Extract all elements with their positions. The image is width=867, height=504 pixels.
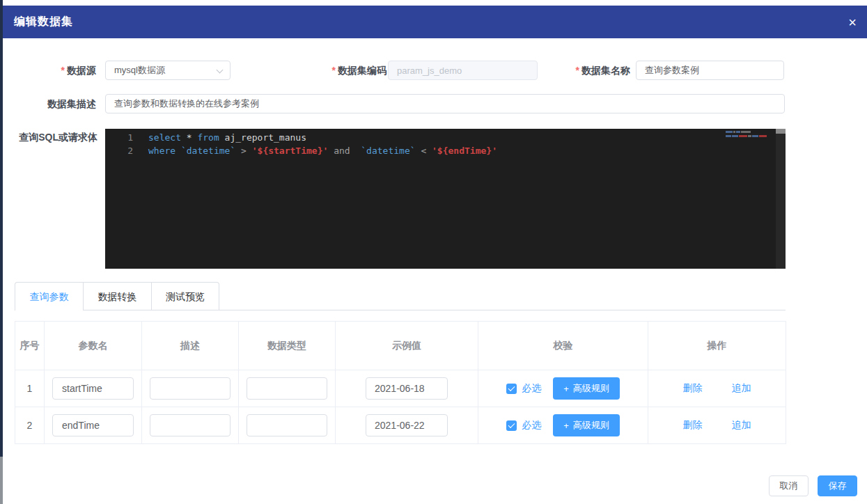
datasource-select[interactable]: mysql数据源: [105, 61, 231, 80]
tab-data-transform[interactable]: 数据转换: [83, 282, 151, 310]
dialog-title: 编辑数据集: [3, 15, 73, 29]
param-name-input[interactable]: [52, 377, 134, 400]
param-example-input[interactable]: [366, 414, 448, 436]
param-type-input[interactable]: [247, 377, 327, 400]
plus-icon: +: [563, 420, 569, 431]
required-checkbox[interactable]: [506, 420, 517, 431]
editor-scrollbar-thumb[interactable]: [776, 129, 786, 134]
sql-editor[interactable]: 1select * from aj_report_manus2where `da…: [105, 129, 786, 269]
save-button[interactable]: 保存: [818, 475, 857, 496]
code-line: 1select * from aj_report_manus: [105, 131, 786, 144]
param-desc-input[interactable]: [150, 414, 231, 436]
dataset-code-label: *数据集编码: [290, 61, 386, 80]
tab-query-params[interactable]: 查询参数: [15, 282, 83, 310]
cancel-button[interactable]: 取消: [769, 475, 809, 496]
tab-test-preview[interactable]: 测试预览: [151, 282, 219, 310]
editor-scrollbar[interactable]: [776, 129, 786, 269]
required-mark: *: [332, 65, 336, 76]
row-seq: 1: [15, 370, 45, 407]
editor-minimap[interactable]: [726, 131, 772, 139]
datasource-label: *数据源: [0, 61, 96, 80]
datasource-select-value: mysql数据源: [114, 64, 165, 77]
dataset-desc-input[interactable]: [105, 94, 785, 113]
param-name-input[interactable]: [52, 414, 134, 436]
dataset-code-input: [388, 61, 538, 80]
table-row: 1 必选 +高级规则 删除 追加: [15, 370, 786, 407]
sql-label: 查询SQL或请求体: [0, 130, 97, 144]
param-desc-input[interactable]: [150, 377, 231, 400]
close-icon[interactable]: ×: [848, 15, 857, 29]
chevron-down-icon: [217, 67, 224, 74]
col-header-param-name: 参数名: [45, 322, 142, 370]
dialog-header: 编辑数据集 ×: [3, 6, 867, 38]
append-link[interactable]: 追加: [732, 382, 751, 395]
col-header-actions: 操作: [648, 322, 786, 370]
param-example-input[interactable]: [366, 377, 448, 400]
tab-bar: 查询参数 数据转换 测试预览: [15, 282, 786, 310]
required-checkbox-label[interactable]: 必选: [522, 419, 541, 432]
table-header-row: 序号 参数名 描述 数据类型 示例值 校验 操作: [15, 322, 786, 370]
dataset-name-label: *数据集名称: [534, 61, 630, 80]
col-header-desc: 描述: [142, 322, 239, 370]
dataset-desc-label: 数据集描述: [0, 94, 96, 113]
param-type-input[interactable]: [247, 414, 327, 436]
row-seq: 2: [15, 407, 45, 444]
background-left-strip-bottom: [0, 457, 3, 504]
advanced-rule-button[interactable]: +高级规则: [553, 377, 620, 400]
append-link[interactable]: 追加: [732, 419, 751, 432]
delete-link[interactable]: 删除: [683, 419, 703, 432]
advanced-rule-button[interactable]: +高级规则: [553, 414, 620, 436]
required-checkbox[interactable]: [506, 384, 517, 394]
col-header-validation: 校验: [478, 322, 648, 370]
delete-link[interactable]: 删除: [683, 382, 703, 395]
col-header-data-type: 数据类型: [239, 322, 336, 370]
required-mark: *: [576, 65, 579, 76]
dataset-name-input[interactable]: [636, 61, 784, 80]
param-table: 序号 参数名 描述 数据类型 示例值 校验 操作 1 必选 +高级规则: [15, 321, 786, 444]
code-line: 2where `datetime` > '${startTime}' and `…: [105, 144, 786, 157]
editor-code[interactable]: 1select * from aj_report_manus2where `da…: [105, 129, 786, 157]
col-header-seq: 序号: [15, 322, 45, 370]
required-checkbox-label[interactable]: 必选: [522, 382, 541, 395]
required-mark: *: [61, 65, 65, 76]
plus-icon: +: [563, 384, 569, 394]
table-row: 2 必选 +高级规则 删除 追加: [15, 407, 786, 444]
col-header-example: 示例值: [336, 322, 478, 370]
